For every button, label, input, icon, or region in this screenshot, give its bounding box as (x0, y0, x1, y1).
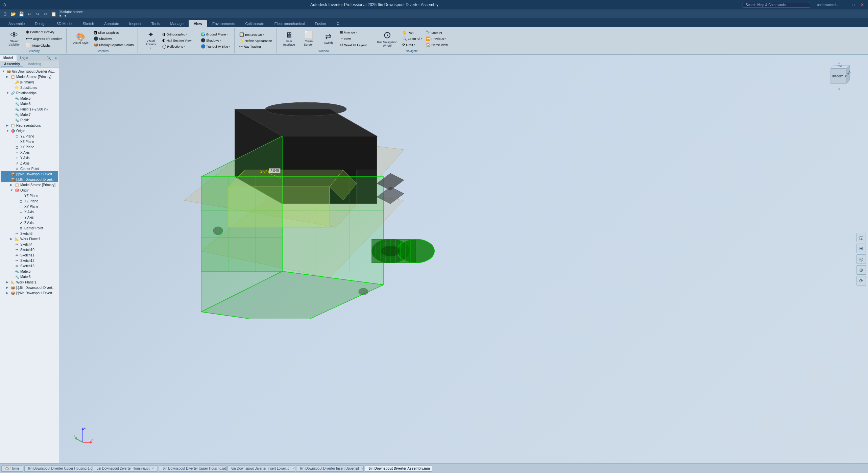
sub-tab-assembly[interactable]: Assembly (1, 61, 23, 67)
viewport[interactable]: 2.049 2.049 (59, 55, 868, 463)
slice-graphics-btn[interactable]: 🖼 Slice Graphics (92, 30, 135, 35)
redo-btn[interactable]: ↪ (34, 10, 41, 18)
tab-view[interactable]: View (189, 20, 207, 27)
cut-btn[interactable]: ✂ (42, 10, 49, 18)
tree-item[interactable]: ◻ XZ Plane (1, 198, 58, 204)
tree-item[interactable]: ◻ XY Plane (1, 204, 58, 209)
tree-item[interactable]: ✏ Sketch12 (1, 258, 58, 263)
mini-btn-3[interactable]: ◎ (857, 254, 866, 264)
tree-item[interactable]: 🔩 Rigid:1 (1, 117, 58, 123)
close-insert-upper[interactable]: ✕ (361, 467, 364, 470)
tab-annotate[interactable]: Annotate (99, 20, 124, 27)
previous-btn[interactable]: ⏪ Previous ▾ (425, 36, 449, 42)
display-separate-colors-btn[interactable]: 📦 Display Separate Colors (92, 42, 135, 48)
tab-environments[interactable]: Environments (207, 20, 240, 27)
tree-item[interactable]: ✏ Sketch10 (1, 247, 58, 252)
tree-item[interactable]: 🔩 Flush:1 (-2.500 in) (1, 106, 58, 112)
degrees-of-freedom-btn[interactable]: ⟷ Degrees of Freedom (24, 35, 64, 42)
center-of-gravity-btn[interactable]: ⊕ Center of Gravity (24, 29, 64, 35)
tree-item[interactable]: ↗ Z Axis (1, 160, 58, 166)
new-window-btn[interactable]: ＋ New (339, 35, 368, 42)
mini-btn-5[interactable]: ⟳ (857, 276, 866, 285)
tab-electromechanical[interactable]: Electromechanical (269, 20, 310, 27)
user-name[interactable]: andrewmcmi... (817, 3, 839, 7)
tab-insert-lower[interactable]: 6in Downspout Diverter Insert Lower.ipt … (227, 465, 295, 472)
lp-tab-model[interactable]: Model (0, 55, 17, 61)
tree-item[interactable]: ▼ 🎯 Origin (1, 128, 58, 133)
tab-home[interactable]: 🏠 Home (1, 465, 23, 472)
tree-item[interactable]: ▶ 📋 Model States: [Primary] (1, 74, 58, 79)
tree-item[interactable]: ▼ 🔗 Relationships (1, 90, 58, 96)
tree-item[interactable]: ↗ Z Axis (1, 220, 58, 225)
switch-btn[interactable]: ⇄ Switch (319, 32, 338, 46)
tab-design[interactable]: Design (30, 20, 51, 27)
maximize-button[interactable]: □ (850, 2, 857, 8)
reflections-btn[interactable]: ◯ Reflections ▾ (161, 44, 193, 49)
look-at-btn[interactable]: 🔭 Look At (425, 30, 449, 35)
tree-item[interactable]: ◻ YZ Plane (1, 133, 58, 139)
tree-item[interactable]: ⊕ Center Point (1, 225, 58, 231)
tree-item[interactable]: ▼ 📦 [:]:6in Downspout Diverter Upper Hou… (1, 177, 58, 182)
half-section-view-btn[interactable]: ◐ Half Section View (161, 38, 193, 43)
tree-item[interactable]: ◻ XY Plane (1, 144, 58, 150)
tab-sketch[interactable]: Sketch (78, 20, 99, 27)
tab-dwg[interactable]: 6in Downspout Diverter Upper Housing-1.d… (24, 465, 92, 472)
tab-collaborate[interactable]: Collaborate (240, 20, 269, 27)
orbit-btn[interactable]: ⟳ Orbit ▾ (401, 42, 424, 48)
tree-item[interactable]: ▼ 🎯 Origin (1, 188, 58, 193)
user-interface-btn[interactable]: 🖥 UserInterface (280, 30, 298, 48)
tab-extra[interactable]: ⊙ (331, 20, 344, 27)
tree-item[interactable]: 🔩 Mate:7 (1, 112, 58, 117)
tree-item[interactable]: ✏ Sketch11 (1, 252, 58, 258)
tree-item[interactable]: ▶ 📦 [:]:6in Downspout Diverter Housing:1 (1, 171, 58, 177)
tree-item[interactable]: ◻ YZ Plane (1, 193, 58, 198)
orthographic-btn[interactable]: ◑ Orthographic ▾ (161, 31, 193, 37)
mini-btn-4[interactable]: ⊕ (857, 265, 866, 275)
open-btn[interactable]: 📂 (9, 10, 17, 18)
tab-inspect[interactable]: Inspect (124, 20, 146, 27)
ray-tracing-btn[interactable]: 〰 Ray Tracing (238, 44, 273, 49)
tree-item[interactable]: ▶ 📦 [:]:6in Downspout Diverter Insert Up… (1, 290, 58, 296)
tree-item[interactable]: 🔩 Mate:6 (1, 101, 58, 106)
tab-housing-ipt[interactable]: 6in Downspout Diverter Housing.ipt ✕ (93, 465, 158, 472)
tree-item[interactable]: ↔ X Axis (1, 150, 58, 155)
imate-glyphs-btn[interactable]: ⬜ iMate Glyphs (24, 42, 64, 49)
tree-item[interactable]: 🔩 Mate:6 (1, 274, 58, 279)
close-lower[interactable]: ✕ (292, 467, 295, 470)
appearance-btn[interactable]: Appearance ▾ (70, 10, 77, 18)
tab-insert-upper[interactable]: 6in Downspout Diverter Insert Upper.ipt … (296, 465, 364, 472)
close-housing[interactable]: ✕ (151, 467, 154, 470)
tree-item[interactable]: ▶ 📐 Work Plane:1 (1, 279, 58, 285)
tree-item[interactable]: ▶ 📐 Work Plane:1 (1, 236, 58, 242)
tranquility-blue-btn[interactable]: 🔵 Tranquility Blue ▾ (199, 44, 232, 49)
tree-item[interactable]: ✏ Sketch4 (1, 242, 58, 247)
clean-screen-btn[interactable]: ⬜ CleanScreen (299, 30, 318, 48)
refine-appearance-btn[interactable]: ✨ Refine Appearance (238, 38, 273, 44)
tree-item[interactable]: ↕ Y Axis (1, 155, 58, 160)
visual-presets-btn[interactable]: ✦ VisualPresets ▾ (141, 30, 160, 51)
app-logo[interactable]: ⬡ (3, 3, 6, 7)
undo-btn[interactable]: ↩ (26, 10, 33, 18)
mini-btn-1[interactable]: ◱ (857, 233, 866, 242)
tab-3dmodel[interactable]: 3D Model (52, 20, 78, 27)
close-button[interactable]: ✕ (859, 2, 865, 8)
textures-on-btn[interactable]: 🔲 Textures On ▾ (238, 32, 273, 38)
tree-item[interactable]: 🔩 Mate:5 (1, 269, 58, 274)
minimize-button[interactable]: — (842, 2, 848, 8)
full-navigation-wheel-btn[interactable]: ⊙ Full NavigationWheel (375, 29, 400, 49)
tree-item[interactable]: ⊕ Center Point (1, 166, 58, 171)
tree-item[interactable]: ↔ X Axis (1, 209, 58, 215)
shadows-sub-btn[interactable]: 🌑 Shadows ▾ (199, 38, 232, 43)
tree-item[interactable]: ▶ 📦 [:]:6in Downspout Diverter Insert Lo… (1, 285, 58, 290)
new-btn[interactable]: 🗋 (1, 10, 9, 18)
tree-item[interactable]: 🔑 [Primary] (1, 79, 58, 85)
tree-item[interactable]: 📁 Substitutes (1, 85, 58, 90)
tree-item[interactable]: ✏ Sketch13 (1, 263, 58, 269)
visual-style-btn[interactable]: 🎨 Visual Style (70, 32, 91, 46)
lp-menu-btn[interactable]: ≡ (53, 55, 59, 61)
tree-item[interactable]: ▼ 📦 6in Downspout Diverter Assembly.iam (1, 69, 58, 74)
lp-search-btn[interactable]: 🔍 (45, 55, 53, 61)
close-assembly[interactable]: ✕ (432, 467, 433, 470)
tab-assembly-iam[interactable]: 6in Downspout Diverter Assembly.iam ✕ (365, 465, 432, 472)
tab-fusion[interactable]: Fusion (310, 20, 331, 27)
